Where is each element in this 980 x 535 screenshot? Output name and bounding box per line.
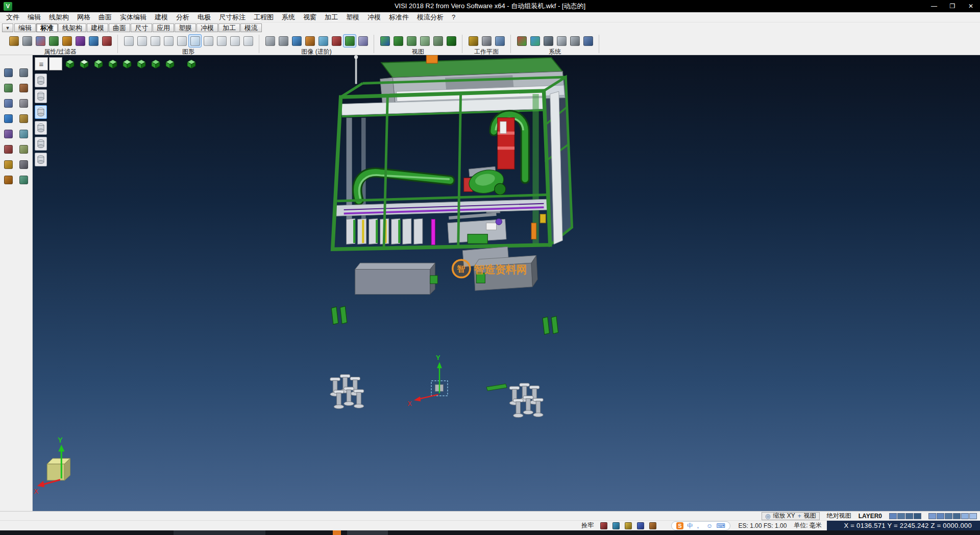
layer-color-swatch[interactable]: [945, 513, 952, 519]
tab-冲模[interactable]: 冲模: [197, 23, 218, 32]
menu-item-编辑[interactable]: 编辑: [23, 12, 45, 22]
arc-icon[interactable]: [162, 34, 175, 47]
taskbar-segment[interactable]: [174, 530, 265, 535]
menu-item-冲模[interactable]: 冲模: [363, 12, 385, 22]
transparent-solid-icon[interactable]: [35, 121, 47, 135]
type-filter-icon[interactable]: [87, 34, 100, 47]
layer-color-swatch[interactable]: [897, 513, 905, 519]
tab-标准[interactable]: 标准: [36, 23, 58, 32]
previous-view-icon[interactable]: [431, 34, 445, 47]
section-display-icon[interactable]: [330, 34, 343, 47]
tab-模流[interactable]: 模流: [240, 23, 262, 32]
transparency-display-icon[interactable]: [316, 34, 330, 47]
lock-label[interactable]: 拴牢: [581, 521, 594, 530]
tab-塑膜[interactable]: 塑膜: [175, 23, 196, 32]
menu-item-视窗[interactable]: 视窗: [299, 12, 321, 22]
zoom-window-icon[interactable]: [405, 34, 418, 47]
help-indicator-icon[interactable]: [635, 521, 646, 530]
view-front-icon[interactable]: [92, 57, 105, 70]
workplane-icon[interactable]: [18, 128, 30, 140]
tab-应用[interactable]: 应用: [153, 23, 174, 32]
shaded-solid-icon[interactable]: [35, 74, 47, 87]
purge-icon[interactable]: [100, 34, 113, 47]
ghost-display-icon[interactable]: [356, 34, 370, 47]
copy-attributes-icon[interactable]: [34, 34, 47, 47]
wireframe-display-icon[interactable]: [263, 34, 277, 47]
menu-item-系统[interactable]: 系统: [278, 12, 299, 22]
zoom-all-icon[interactable]: [391, 34, 405, 47]
sketch-icon[interactable]: [18, 112, 30, 125]
view-back-icon[interactable]: [106, 57, 119, 70]
circle-icon[interactable]: [149, 34, 162, 47]
menu-item-电极[interactable]: 电极: [193, 12, 215, 22]
view-blank-icon[interactable]: [49, 57, 62, 70]
plot-icon[interactable]: [3, 174, 15, 186]
shaded-display-icon[interactable]: [290, 34, 303, 47]
layer-color-swatch[interactable]: [937, 513, 944, 519]
tab-尺寸[interactable]: 尺寸: [131, 23, 152, 32]
ime-button-0[interactable]: 中: [687, 523, 693, 529]
menu-item-标准件[interactable]: 标准件: [385, 12, 413, 22]
active-layer-label[interactable]: LAYER0: [859, 513, 882, 520]
menu-item-模流分析[interactable]: 模流分析: [413, 12, 448, 22]
layer-color-swatch[interactable]: [905, 513, 913, 519]
maximize-button[interactable]: ❐: [943, 0, 962, 12]
ime-logo-icon[interactable]: S: [676, 522, 683, 529]
menu-item-工程图[interactable]: 工程图: [250, 12, 278, 22]
workplane-align-icon[interactable]: [480, 34, 493, 47]
transform-icon[interactable]: [3, 97, 15, 109]
menu-item-分析[interactable]: 分析: [172, 12, 193, 22]
match-properties-icon[interactable]: [20, 34, 34, 47]
measure-icon[interactable]: [3, 143, 15, 155]
view-top-icon[interactable]: [78, 57, 91, 70]
snap-icon[interactable]: [3, 82, 15, 94]
ime-button-3[interactable]: ⌨: [716, 523, 725, 529]
zoom-xy-label[interactable]: 缩放 XY: [773, 512, 795, 520]
snap-indicator-icon[interactable]: [611, 521, 621, 530]
entity-filter-icon[interactable]: [47, 34, 60, 47]
tab-overflow-button[interactable]: ▼: [2, 23, 13, 32]
taskbar-segment[interactable]: [347, 530, 388, 535]
view-iso-icon[interactable]: [63, 57, 77, 70]
minimize-button[interactable]: —: [925, 0, 943, 12]
trim-icon[interactable]: [18, 82, 30, 94]
section-solid-icon[interactable]: [35, 137, 47, 151]
tab-线架构[interactable]: 线架构: [58, 23, 86, 32]
web-browser-icon[interactable]: [528, 34, 542, 47]
menu-item-实体编辑[interactable]: 实体编辑: [116, 12, 151, 22]
menu-item-文件[interactable]: 文件: [2, 12, 23, 22]
layer-color-swatch[interactable]: [969, 513, 977, 519]
profile-icon[interactable]: [241, 34, 255, 47]
display-settings-icon[interactable]: [542, 34, 555, 47]
group-icon[interactable]: [18, 143, 30, 155]
ime-button-2[interactable]: ☺: [706, 523, 713, 529]
layer-color-swatch[interactable]: [953, 513, 961, 519]
sphere-icon[interactable]: [215, 34, 228, 47]
menu-item-尺寸标注[interactable]: 尺寸标注: [215, 12, 250, 22]
wireframe-solid-icon[interactable]: [35, 89, 47, 103]
close-button[interactable]: ✕: [962, 0, 980, 12]
cad-link-icon[interactable]: [581, 34, 595, 47]
render-solid-icon[interactable]: [35, 153, 47, 166]
tab-曲面[interactable]: 曲面: [109, 23, 130, 32]
machine-assembly[interactable]: [330, 55, 572, 418]
cylinder-icon[interactable]: [188, 34, 202, 47]
palette-icon[interactable]: [3, 158, 15, 171]
color-filter-icon[interactable]: [74, 34, 87, 47]
export-icon[interactable]: [18, 174, 30, 186]
tab-建模[interactable]: 建模: [87, 23, 108, 32]
taskbar-app-icon[interactable]: [333, 530, 341, 535]
box-icon[interactable]: [202, 34, 215, 47]
line-icon[interactable]: [135, 34, 149, 47]
zoom-cross-icon[interactable]: +: [798, 513, 801, 520]
layer-color-swatch[interactable]: [961, 513, 969, 519]
layer-color-swatch[interactable]: [914, 513, 921, 519]
menu-item-网格[interactable]: 网格: [73, 12, 94, 22]
refresh-view-icon[interactable]: [445, 34, 458, 47]
color-table-icon[interactable]: [515, 34, 528, 47]
menu-item-?[interactable]: ?: [448, 12, 459, 22]
menu-item-加工[interactable]: 加工: [321, 12, 342, 22]
dynamic-orbit-icon[interactable]: [3, 112, 15, 125]
menu-item-曲面[interactable]: 曲面: [94, 12, 116, 22]
layers-icon[interactable]: [3, 128, 15, 140]
